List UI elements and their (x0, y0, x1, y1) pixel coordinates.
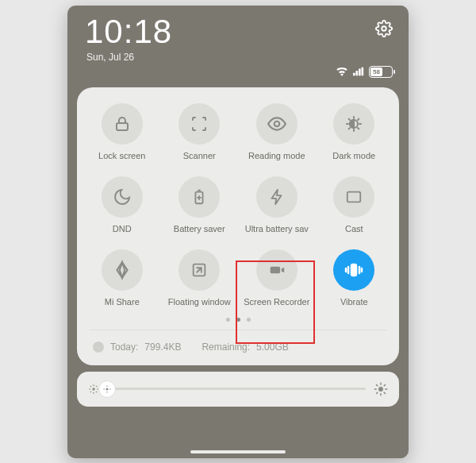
bolt-icon[interactable] (256, 176, 298, 218)
data-remaining-label: Remaining: (202, 341, 250, 353)
svg-point-0 (382, 26, 386, 31)
clock-time: 10:18 (85, 15, 172, 48)
tile-scanner[interactable]: Scanner (163, 103, 237, 160)
data-remaining-value: 5.00GB (256, 341, 289, 353)
tile-label: DND (113, 224, 132, 233)
svg-point-15 (92, 388, 95, 391)
tile-ultra-battery-sav[interactable]: Ultra battery sav (240, 176, 314, 233)
status-bar: 10:18 (67, 6, 409, 50)
scanner-icon[interactable] (178, 103, 220, 145)
tile-label: Ultra battery sav (245, 224, 309, 233)
tile-lock-screen[interactable]: Lock screen (85, 103, 159, 160)
tile-label: Dark mode (332, 151, 375, 160)
tile-dark-mode[interactable]: Dark mode (317, 103, 392, 160)
wifi-icon (336, 67, 348, 76)
svg-rect-2 (356, 71, 359, 75)
svg-line-21 (96, 391, 97, 392)
brightness-high-icon (374, 382, 388, 396)
svg-rect-1 (353, 73, 355, 76)
tile-battery-saver[interactable]: Battery saver (163, 176, 237, 233)
brightness-slider[interactable] (77, 372, 399, 407)
settings-icon[interactable] (375, 20, 393, 37)
brightness-track[interactable] (107, 388, 366, 390)
dark-mode-icon[interactable] (333, 103, 374, 145)
lock-icon[interactable] (102, 103, 143, 145)
phone-frame: 10:18 Sun, Jul 26 58 Lock screenScannerR… (67, 6, 409, 458)
tile-label: Reading mode (248, 151, 305, 160)
tile-floating-window[interactable]: Floating window (163, 249, 237, 307)
tile-label: Lock screen (98, 151, 145, 160)
tile-label: Mi Share (105, 297, 140, 307)
tile-label: Scanner (183, 151, 216, 160)
camera-icon[interactable] (256, 249, 298, 291)
vibrate-icon[interactable] (333, 249, 374, 291)
tile-label: Screen Recorder (244, 297, 309, 307)
svg-line-23 (96, 385, 97, 386)
svg-point-24 (106, 388, 109, 390)
tile-label: Vibrate (340, 297, 368, 307)
tile-cast[interactable]: Cast (317, 176, 392, 233)
cast-icon[interactable] (333, 176, 374, 218)
status-date: Sun, Jul 26 (67, 52, 409, 63)
svg-line-22 (90, 391, 91, 392)
data-usage-icon (93, 341, 104, 353)
svg-line-20 (90, 385, 91, 386)
page-indicator[interactable] (85, 318, 391, 322)
tile-mi-share[interactable]: Mi Share (85, 249, 159, 307)
svg-point-6 (274, 121, 280, 126)
tile-vibrate[interactable]: Vibrate (317, 249, 392, 307)
floating-window-icon[interactable] (178, 249, 220, 291)
signal-icon (353, 67, 364, 76)
svg-line-35 (384, 392, 386, 393)
tile-dnd[interactable]: DND (85, 176, 159, 233)
tiles-grid: Lock screenScannerReading modeDark modeD… (85, 103, 391, 307)
moon-icon[interactable] (102, 176, 143, 218)
battery-plus-icon[interactable] (178, 176, 220, 218)
data-usage-row[interactable]: Today: 799.4KB Remaining: 5.00GB (85, 338, 391, 359)
svg-line-36 (376, 392, 378, 393)
svg-line-34 (376, 384, 378, 386)
tile-screen-recorder[interactable]: Screen Recorder (240, 249, 314, 307)
svg-line-37 (384, 384, 386, 386)
tile-label: Cast (345, 224, 363, 233)
data-today-value: 799.4KB (144, 341, 181, 353)
data-today-label: Today: (110, 341, 138, 353)
svg-rect-12 (347, 191, 361, 202)
svg-rect-14 (351, 264, 356, 276)
pager-dot[interactable] (247, 318, 251, 322)
eye-icon[interactable] (256, 103, 298, 145)
divider (90, 330, 386, 330)
brightness-low-icon (88, 384, 99, 395)
battery-percent: 58 (373, 68, 380, 75)
svg-rect-4 (362, 68, 364, 76)
quick-settings-panel: Lock screenScannerReading modeDark modeD… (77, 87, 399, 365)
pager-dot[interactable] (226, 318, 230, 322)
tile-reading-mode[interactable]: Reading mode (240, 103, 314, 160)
tile-label: Floating window (168, 297, 231, 307)
nav-gesture-bar[interactable] (190, 450, 286, 453)
battery-icon: 58 (369, 66, 393, 78)
svg-point-29 (378, 387, 383, 392)
mishare-icon[interactable] (102, 249, 143, 291)
svg-rect-5 (117, 123, 128, 130)
tile-label: Battery saver (174, 224, 225, 233)
pager-dot[interactable] (236, 318, 240, 322)
svg-rect-3 (359, 69, 361, 76)
brightness-handle[interactable] (98, 380, 116, 398)
